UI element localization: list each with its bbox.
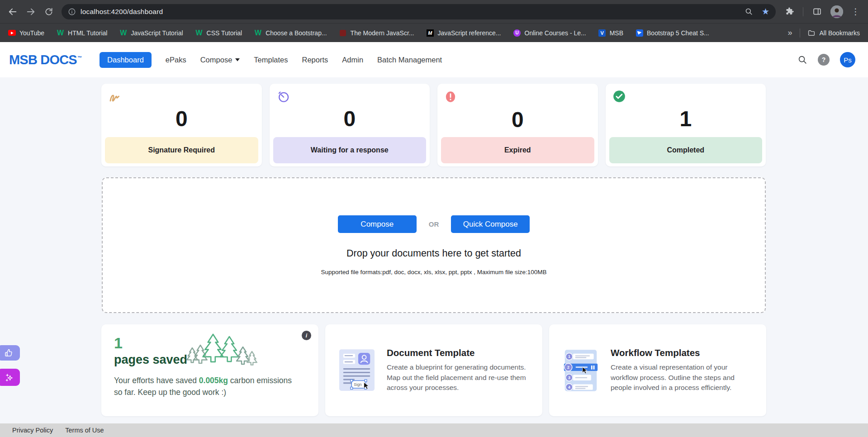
bookmarks-overflow-icon[interactable]: » bbox=[788, 28, 792, 38]
chevron-down-icon bbox=[235, 58, 240, 62]
msb-docs-logo[interactable]: MSB DOCS™ bbox=[9, 52, 81, 67]
eco-highlight-value: 0.005kg bbox=[199, 376, 228, 385]
step-number: 4 bbox=[568, 385, 570, 390]
dropzone-formats: Supported file formats:pdf, doc, docx, x… bbox=[103, 269, 765, 276]
mdn-icon: M bbox=[426, 29, 434, 37]
nav-items: Dashboard ePaks Compose Templates Report… bbox=[100, 52, 442, 68]
sign-label: Sign bbox=[354, 382, 362, 387]
w3schools-icon: W bbox=[119, 29, 127, 37]
workflow-templates-title: Workflow Templates bbox=[611, 347, 756, 358]
step-number: 2 bbox=[567, 365, 569, 370]
refresh-icon[interactable] bbox=[43, 6, 54, 17]
help-icon[interactable]: ? bbox=[818, 54, 830, 66]
timer-icon bbox=[277, 90, 289, 103]
nav-item-admin[interactable]: Admin bbox=[342, 56, 363, 64]
nav-item-compose[interactable]: Compose bbox=[200, 56, 240, 64]
stat-label: Waiting for a response bbox=[273, 137, 427, 163]
bookmark-html-tutorial[interactable]: W HTML Tutorial bbox=[57, 29, 107, 37]
search-icon[interactable] bbox=[797, 55, 807, 65]
url-text[interactable]: localhost:4200/dashboard bbox=[81, 8, 744, 16]
stat-label: Signature Required bbox=[105, 137, 258, 163]
browser-actions: ⋮ bbox=[782, 5, 868, 18]
bookmark-label: CSS Tutorial bbox=[207, 29, 242, 37]
all-bookmarks-label: All Bookmarks bbox=[820, 29, 860, 37]
feedback-thumbs-up-button[interactable] bbox=[0, 345, 20, 361]
bookmark-css-tutorial[interactable]: W CSS Tutorial bbox=[195, 29, 242, 37]
nav-item-batch-management[interactable]: Batch Management bbox=[377, 56, 442, 64]
bookmark-udemy[interactable]: U Online Courses - Le... bbox=[513, 29, 586, 37]
extensions-icon[interactable] bbox=[784, 6, 795, 17]
bootstrap-icon bbox=[636, 29, 643, 37]
dashboard-content: 0 Signature Required 0 Waiting for a res… bbox=[0, 77, 868, 423]
bookmark-modern-js[interactable]: The Modern JavaScr... bbox=[339, 29, 414, 37]
dropzone-buttons: Compose OR Quick Compose bbox=[103, 215, 765, 233]
site-info-icon[interactable] bbox=[68, 8, 76, 16]
bookmark-label: The Modern JavaScr... bbox=[351, 29, 414, 37]
bookmark-msb[interactable]: V MSB bbox=[598, 29, 623, 37]
stat-value: 0 bbox=[445, 109, 591, 131]
user-avatar[interactable]: Ps bbox=[840, 52, 855, 67]
workflow-templates-icon: 1 2 3 4 bbox=[563, 348, 599, 393]
terms-of-use-link[interactable]: Terms of Use bbox=[65, 427, 104, 434]
compose-button[interactable]: Compose bbox=[338, 215, 417, 233]
app-navbar: MSB DOCS™ Dashboard ePaks Compose Templa… bbox=[0, 42, 868, 77]
youtube-icon bbox=[8, 29, 16, 37]
javascript-info-icon bbox=[339, 29, 347, 37]
bookmark-label: MSB bbox=[610, 29, 623, 37]
bookmark-youtube[interactable]: YouTube bbox=[8, 29, 44, 37]
nav-item-templates[interactable]: Templates bbox=[254, 56, 288, 64]
quick-compose-button[interactable]: Quick Compose bbox=[451, 215, 530, 233]
page-footer: Privacy Policy Terms of Use bbox=[0, 423, 868, 437]
bookmark-mdn[interactable]: M JavaScript reference... bbox=[426, 29, 501, 37]
eco-text-before: Your efforts have saved bbox=[114, 376, 199, 385]
logo-text: MSB DOCS bbox=[9, 52, 77, 67]
all-bookmarks-button[interactable]: All Bookmarks bbox=[807, 29, 860, 37]
stat-card-expired[interactable]: 0 Expired bbox=[437, 84, 598, 166]
bottom-cards-row: 1 pages saved i Your efforts have saved … bbox=[101, 324, 766, 416]
stat-value: 1 bbox=[613, 108, 759, 130]
or-label: OR bbox=[429, 220, 439, 228]
stat-card-waiting-response[interactable]: 0 Waiting for a response bbox=[270, 84, 430, 166]
document-template-title: Document Template bbox=[387, 347, 532, 358]
stat-card-signature-required[interactable]: 0 Signature Required bbox=[101, 84, 262, 166]
profile-avatar[interactable] bbox=[830, 5, 843, 18]
trees-icon bbox=[185, 329, 257, 370]
back-icon[interactable] bbox=[7, 6, 18, 17]
bookmark-label: JavaScript Tutorial bbox=[131, 29, 183, 37]
workflow-templates-card[interactable]: 1 2 3 4 Workflow Templates Create a visu… bbox=[549, 324, 766, 416]
stat-card-completed[interactable]: 1 Completed bbox=[606, 84, 766, 166]
menu-dots-icon[interactable]: ⋮ bbox=[851, 7, 860, 16]
nav-item-dashboard[interactable]: Dashboard bbox=[100, 52, 152, 68]
document-dropzone[interactable]: Compose OR Quick Compose Drop your docum… bbox=[102, 177, 766, 313]
nav-item-reports[interactable]: Reports bbox=[302, 56, 328, 64]
logo-trademark: ™ bbox=[77, 55, 81, 60]
forward-icon[interactable] bbox=[25, 6, 36, 17]
pages-saved-text: Your efforts have saved 0.005kg carbon e… bbox=[114, 375, 299, 399]
bookmark-js-tutorial[interactable]: W JavaScript Tutorial bbox=[119, 29, 183, 37]
bookmark-label: JavaScript reference... bbox=[437, 29, 501, 37]
bookmarks-bar: YouTube W HTML Tutorial W JavaScript Tut… bbox=[0, 23, 868, 42]
document-template-card[interactable]: Sign Document Template Create a blueprin… bbox=[325, 324, 542, 416]
workflow-templates-description: Create a visual representation of your w… bbox=[611, 362, 756, 393]
bookmark-star-icon[interactable]: ★ bbox=[762, 7, 769, 16]
pages-saved-card[interactable]: 1 pages saved i Your efforts have saved … bbox=[101, 324, 318, 416]
nav-right-actions: ? Ps bbox=[797, 52, 855, 67]
toolbar-divider bbox=[803, 7, 803, 16]
nav-item-epaks[interactable]: ePaks bbox=[166, 56, 186, 64]
ai-sparkles-button[interactable] bbox=[0, 369, 20, 386]
side-panel-icon[interactable] bbox=[811, 6, 822, 17]
w3schools-icon: W bbox=[195, 29, 203, 37]
signature-squiggle-icon bbox=[109, 90, 122, 103]
stat-value: 0 bbox=[109, 108, 255, 130]
stat-label: Completed bbox=[609, 137, 763, 163]
bookmark-label: HTML Tutorial bbox=[68, 29, 107, 37]
sparkles-icon bbox=[4, 372, 14, 382]
step-number: 1 bbox=[568, 354, 570, 359]
bookmark-bootstrap-cheat[interactable]: Bootstrap 5 Cheat S... bbox=[636, 29, 709, 37]
zoom-search-icon[interactable] bbox=[744, 6, 754, 17]
url-bar[interactable]: localhost:4200/dashboard ★ bbox=[62, 4, 776, 19]
document-template-description: Create a blueprint for generating docume… bbox=[387, 362, 532, 393]
info-icon[interactable]: i bbox=[302, 331, 311, 340]
privacy-policy-link[interactable]: Privacy Policy bbox=[12, 427, 53, 434]
bookmark-bootstrap-choose[interactable]: W Choose a Bootstrap... bbox=[254, 29, 327, 37]
